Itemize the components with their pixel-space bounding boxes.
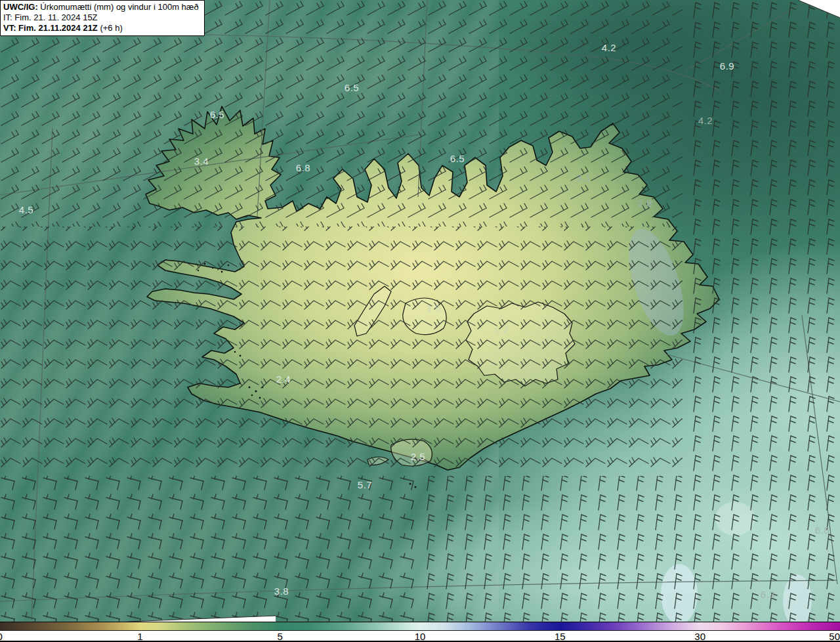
map-value-label: 2.4 <box>276 374 291 385</box>
map-value-label: 6.5 <box>450 153 465 164</box>
map-value-label: 2.5 <box>411 451 425 462</box>
valid-offset: (+6 h) <box>98 23 123 33</box>
map-value-label: 6.5 <box>345 82 359 93</box>
colorbar-labels: 0 1 5 10 15 30 50 <box>0 631 840 641</box>
product-code: UWC/IG: <box>3 2 38 12</box>
precipitation-colorbar: 0 1 5 10 15 30 50 <box>0 622 840 642</box>
valid-time-line: VT: Fim. 21.11.2024 21Z (+6 h) <box>3 23 199 33</box>
map-value-label: 6.8 <box>815 524 830 536</box>
map-value-label: 3.8 <box>274 586 289 597</box>
weather-map: 4.26.96.56.54.23.46.56.83.12.84.51.51.22… <box>0 0 840 622</box>
colorbar-tick-label: 0 <box>0 631 3 642</box>
map-value-label: 4.5 <box>19 204 33 215</box>
wind-barb-field-southeast <box>420 476 682 622</box>
product-name: Úrkomumætti (mm) og vindur i 100m hæð <box>38 2 199 12</box>
colorbar-gradient <box>0 622 840 631</box>
wind-barb-field-southwest <box>0 476 420 622</box>
wind-barb-field-central <box>0 226 682 476</box>
init-time-line: IT: Fim. 21. 11. 2024 15Z <box>3 12 199 23</box>
colorbar-tick-label: 10 <box>415 631 426 642</box>
map-value-label: 4.2 <box>698 115 713 126</box>
map-value-label: 6.5 <box>210 109 224 120</box>
colorbar-tick-label: 5 <box>277 631 282 642</box>
valid-time: VT: Fim. 21.11.2024 21Z <box>3 23 98 33</box>
map-value-label: 3.4 <box>194 156 209 167</box>
map-value-label: 6.9 <box>720 60 734 72</box>
wind-barb-layer <box>0 0 840 622</box>
product-title-line: UWC/IG: Úrkomumætti (mm) og vindur i 100… <box>3 2 199 12</box>
map-value-label: 4.2 <box>602 42 616 53</box>
weather-map-page: 4.26.96.56.54.23.46.56.83.12.84.51.51.22… <box>0 0 840 642</box>
map-value-label: 3.1 <box>577 172 591 183</box>
colorbar-tick-label: 1 <box>137 631 142 642</box>
map-value-label: 6.8 <box>296 162 310 173</box>
map-value-label: 1.2 <box>494 324 509 335</box>
map-value-label: 2.8 <box>638 198 652 209</box>
map-value-label: 1.5 <box>427 303 441 314</box>
colorbar-tick-label: 15 <box>555 631 566 642</box>
colorbar-tick-label: 50 <box>829 631 840 642</box>
map-value-label: 5.7 <box>358 479 372 490</box>
product-title-box: UWC/IG: Úrkomumætti (mm) og vindur i 100… <box>0 0 205 36</box>
map-value-label: 6.3 <box>761 589 775 600</box>
colorbar-tick-label: 30 <box>694 631 705 642</box>
